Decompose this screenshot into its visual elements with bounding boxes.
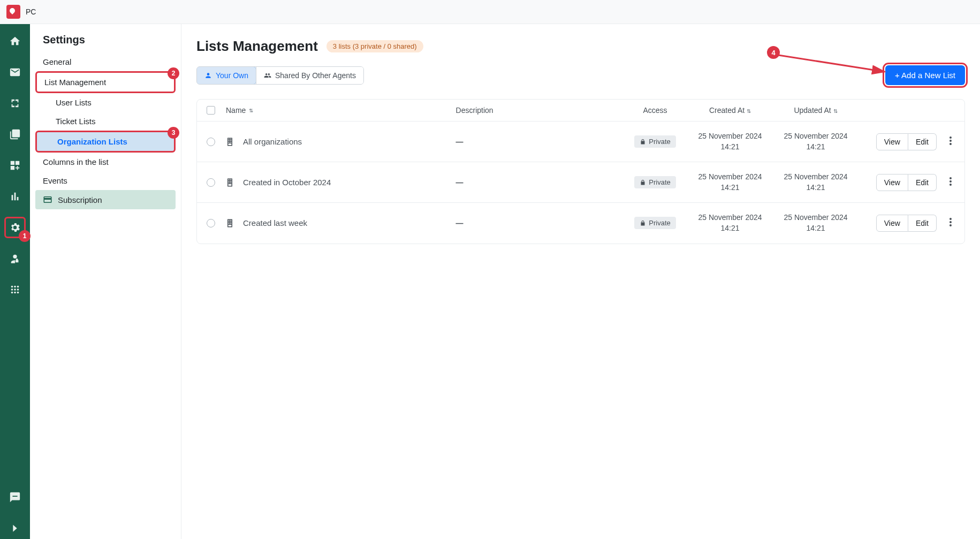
- rail-user-lock[interactable]: [4, 248, 26, 269]
- svg-point-6: [11, 292, 13, 294]
- topbar: PC: [0, 0, 980, 24]
- view-button[interactable]: View: [876, 215, 908, 232]
- nav-list-management[interactable]: List Management 2: [35, 71, 176, 93]
- view-button[interactable]: View: [876, 133, 908, 150]
- lock-icon: [640, 139, 646, 145]
- rail-settings[interactable]: 1: [4, 217, 26, 238]
- topbar-title: PC: [26, 7, 36, 16]
- table-row: All organizations — Private 25 November …: [197, 122, 964, 162]
- nav-ticket-lists[interactable]: Ticket Lists: [35, 112, 176, 131]
- lock-icon: [640, 179, 646, 186]
- rail-apps-add[interactable]: [4, 155, 26, 176]
- edit-button[interactable]: Edit: [908, 174, 937, 191]
- tab-your-own[interactable]: Your Own: [196, 66, 256, 85]
- rail-sync[interactable]: [4, 93, 26, 114]
- organization-icon: [226, 218, 235, 228]
- nav-rail: 1: [0, 24, 30, 539]
- row-description: —: [456, 219, 464, 227]
- svg-point-4: [14, 289, 16, 291]
- organization-icon: [226, 178, 235, 187]
- people-icon: [264, 72, 271, 79]
- svg-point-10: [949, 136, 952, 139]
- sort-icon: ⇅: [747, 108, 751, 114]
- access-badge: Private: [634, 135, 675, 148]
- tab-group: Your Own Shared By Other Agents: [196, 66, 364, 85]
- col-updated[interactable]: Updated At ⇅: [773, 106, 859, 115]
- rail-chart[interactable]: [4, 186, 26, 207]
- svg-point-3: [11, 289, 13, 291]
- nav-general[interactable]: General: [35, 52, 176, 71]
- lists-table: Name⇅ Description Access Created At ⇅ Up…: [196, 99, 965, 244]
- organization-icon: [226, 137, 235, 147]
- svg-point-2: [17, 286, 19, 288]
- table-header: Name⇅ Description Access Created At ⇅ Up…: [197, 100, 964, 122]
- svg-point-0: [11, 286, 13, 288]
- svg-point-16: [949, 218, 952, 220]
- nav-user-lists[interactable]: User Lists: [35, 93, 176, 112]
- row-checkbox[interactable]: [207, 219, 215, 227]
- row-description: —: [456, 178, 464, 187]
- svg-point-7: [14, 292, 16, 294]
- row-checkbox[interactable]: [207, 138, 215, 146]
- col-name[interactable]: Name⇅: [226, 106, 456, 115]
- select-all-checkbox[interactable]: [207, 106, 215, 115]
- row-menu-button[interactable]: [946, 174, 955, 191]
- sort-icon: ⇅: [833, 108, 838, 114]
- rail-home[interactable]: [4, 31, 26, 52]
- app-logo[interactable]: [6, 5, 20, 19]
- nav-org-lists-label: Organization Lists: [57, 137, 127, 146]
- rail-book[interactable]: [4, 124, 26, 145]
- view-button[interactable]: View: [876, 174, 908, 191]
- rail-mail[interactable]: [4, 62, 26, 83]
- lock-icon: [640, 220, 646, 226]
- nav-events[interactable]: Events: [35, 171, 176, 190]
- summary-badge: 3 lists (3 private / 0 shared): [326, 40, 423, 52]
- svg-line-9: [775, 55, 885, 72]
- svg-point-5: [17, 289, 19, 291]
- svg-point-12: [949, 143, 952, 145]
- page-title: Lists Management: [196, 38, 318, 55]
- row-menu-button[interactable]: [946, 133, 955, 150]
- updated-at: 25 November 202414:21: [773, 172, 859, 193]
- row-name-text: All organizations: [243, 137, 302, 146]
- row-description: —: [456, 138, 464, 146]
- annotation-1: 1: [19, 230, 31, 242]
- table-row: Created last week — Private 25 November …: [197, 203, 964, 243]
- updated-at: 25 November 202414:21: [773, 131, 859, 152]
- col-created[interactable]: Created At ⇅: [687, 106, 773, 115]
- edit-button[interactable]: Edit: [908, 133, 937, 150]
- created-at: 25 November 202414:21: [687, 212, 773, 233]
- nav-columns[interactable]: Columns in the list: [35, 153, 176, 171]
- tab-own-label: Your Own: [216, 71, 248, 80]
- updated-at: 25 November 202414:21: [773, 212, 859, 233]
- settings-sidebar: Settings General List Management 2 User …: [30, 24, 181, 539]
- rail-expand[interactable]: [4, 518, 26, 539]
- nav-list-management-label: List Management: [44, 78, 106, 87]
- created-at: 25 November 202414:21: [687, 131, 773, 152]
- row-name-text: Created last week: [243, 218, 307, 227]
- row-menu-button[interactable]: [946, 215, 955, 231]
- svg-point-13: [949, 177, 952, 179]
- svg-point-8: [17, 292, 19, 294]
- tab-shared[interactable]: Shared By Other Agents: [256, 67, 363, 84]
- sort-icon: ⇅: [249, 108, 253, 113]
- edit-button[interactable]: Edit: [908, 215, 937, 232]
- svg-point-18: [949, 224, 952, 226]
- nav-subscription[interactable]: Subscription: [35, 190, 176, 209]
- rail-grid[interactable]: [4, 279, 26, 300]
- access-badge: Private: [634, 176, 675, 188]
- col-description: Description: [456, 106, 623, 115]
- person-icon: [204, 72, 212, 79]
- access-badge: Private: [634, 217, 675, 229]
- table-row: Created in October 2024 — Private 25 Nov…: [197, 162, 964, 203]
- rail-chat[interactable]: [4, 487, 26, 508]
- svg-point-15: [949, 184, 952, 186]
- annotation-3: 3: [168, 127, 179, 139]
- created-at: 25 November 202414:21: [687, 172, 773, 193]
- nav-organization-lists[interactable]: Organization Lists 3: [35, 131, 176, 153]
- add-new-list-button[interactable]: + Add a New List: [885, 65, 965, 85]
- svg-point-17: [949, 221, 952, 223]
- row-checkbox[interactable]: [207, 178, 215, 187]
- col-access: Access: [623, 106, 687, 115]
- card-icon: [43, 195, 52, 204]
